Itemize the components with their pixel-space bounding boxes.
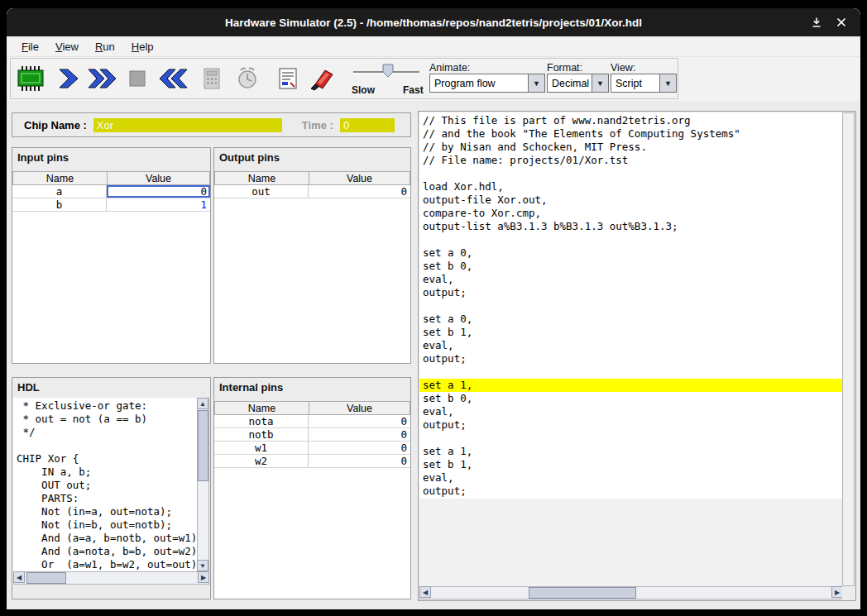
- code-line: output;: [419, 286, 843, 299]
- pin-value[interactable]: 0: [309, 185, 410, 198]
- column-header: Value: [309, 401, 410, 415]
- script-horizontal-scrollbar[interactable]: ◀ ▶: [419, 586, 843, 599]
- code-line: output-file Xor.out,: [419, 193, 843, 207]
- code-line: set b 1,: [419, 326, 843, 339]
- code-line: load Xor.hdl,: [419, 180, 843, 193]
- menu-run[interactable]: Run: [87, 38, 123, 55]
- code-line: [419, 233, 843, 246]
- menu-view[interactable]: View: [47, 38, 87, 55]
- scroll-up-icon[interactable]: ▲: [197, 398, 208, 409]
- code-line: // File name: projects/01/Xor.tst: [419, 154, 843, 167]
- view-select[interactable]: Script ▼: [611, 74, 677, 93]
- single-step-button[interactable]: [52, 61, 85, 96]
- script-vertical-scrollbar[interactable]: [842, 112, 855, 586]
- output-pins-table: NameValueout0: [214, 171, 410, 363]
- column-header: Name: [214, 401, 309, 415]
- calculator-button[interactable]: [195, 61, 228, 96]
- hdl-lines: * Exclusive-or gate: * out = not (a == b…: [13, 398, 199, 571]
- pin-name: w2: [214, 455, 309, 468]
- column-header: Value: [107, 171, 210, 185]
- input-pins-table: NameValuea0b1: [12, 171, 210, 363]
- code-line: * Exclusive-or gate:: [17, 399, 199, 413]
- format-label: Format:: [547, 62, 582, 74]
- code-line: output;: [419, 352, 843, 365]
- pin-row: out0: [214, 185, 410, 198]
- chevron-down-icon[interactable]: ▼: [659, 74, 676, 92]
- clock-button[interactable]: [231, 61, 264, 96]
- code-line: * out = not (a == b): [17, 413, 199, 426]
- hdl-vertical-scrollbar[interactable]: ▲ ▼: [197, 398, 209, 571]
- pin-value[interactable]: 0: [309, 442, 410, 455]
- close-icon[interactable]: [834, 15, 849, 30]
- script-panel: // This file is part of www.nand2tetris.…: [418, 111, 856, 601]
- hdl-panel: HDL * Exclusive-or gate: * out = not (a …: [12, 377, 211, 599]
- table-header: NameValue: [214, 171, 410, 185]
- hdl-horizontal-scrollbar[interactable]: ◀ ▶: [13, 571, 209, 585]
- code-line: eval,: [419, 273, 843, 286]
- code-line: output-list a%B3.1.3 b%B3.1.3 out%B3.1.3…: [419, 220, 843, 233]
- code-line: // by Nisan and Schocken, MIT Press.: [419, 141, 843, 154]
- pin-name: notb: [214, 428, 309, 442]
- animate-label: Animate:: [429, 62, 470, 74]
- view-label: View:: [611, 62, 635, 74]
- internal-pins-title: Internal pins: [214, 378, 410, 395]
- format-select[interactable]: Decimal ▼: [547, 74, 609, 93]
- pin-name: w1: [214, 442, 309, 455]
- scroll-left-icon[interactable]: ◀: [419, 586, 431, 598]
- scroll-left-icon[interactable]: ◀: [13, 571, 25, 583]
- scroll-right-icon[interactable]: ▶: [198, 571, 209, 583]
- pin-name: a: [12, 185, 107, 198]
- scrollbar-thumb[interactable]: [26, 572, 66, 584]
- pin-value[interactable]: 1: [107, 198, 210, 212]
- pin-value[interactable]: 0: [309, 415, 410, 428]
- stop-button[interactable]: [121, 61, 154, 96]
- clear-pins-button[interactable]: [305, 61, 338, 96]
- scrollbar-thumb[interactable]: [529, 587, 636, 599]
- code-line: eval,: [419, 339, 843, 352]
- eraser-icon: [309, 66, 335, 91]
- minimize-icon[interactable]: [809, 15, 824, 30]
- view-script-button[interactable]: [271, 61, 304, 96]
- app-window: Hardware Simulator (2.5) - /home/thomas/…: [7, 8, 860, 609]
- code-line: [419, 299, 843, 313]
- pin-value[interactable]: 0: [309, 428, 410, 442]
- pin-value[interactable]: 0: [309, 455, 410, 468]
- scrollbar-thumb[interactable]: [198, 410, 208, 481]
- animate-select[interactable]: Program flow ▼: [429, 74, 545, 93]
- chevron-down-icon[interactable]: ▼: [592, 74, 608, 92]
- reset-button[interactable]: [156, 61, 189, 96]
- code-line: Or (a=w1, b=w2, out=out);: [17, 558, 199, 571]
- menu-help[interactable]: Help: [123, 38, 162, 55]
- pin-value[interactable]: 0: [107, 185, 210, 198]
- slider-fast-label: Fast: [403, 84, 424, 96]
- scroll-right-icon[interactable]: ▶: [831, 586, 843, 598]
- code-line: eval,: [419, 471, 843, 485]
- code-line: set b 0,: [419, 260, 843, 273]
- time-label: Time :: [302, 119, 333, 131]
- scrollbar-corner: [842, 586, 855, 599]
- title-bar[interactable]: Hardware Simulator (2.5) - /home/thomas/…: [7, 8, 860, 36]
- code-line: [419, 365, 843, 379]
- stop-icon: [127, 68, 148, 89]
- speed-slider[interactable]: [348, 62, 424, 84]
- code-line: IN a, b;: [17, 466, 199, 479]
- chip-name-field[interactable]: Xor: [93, 118, 282, 132]
- run-button[interactable]: [86, 61, 119, 96]
- format-value: Decimal: [548, 78, 592, 89]
- load-chip-button[interactable]: [14, 61, 47, 96]
- code-line: And (a=nota, b=b, out=w2);: [17, 545, 199, 558]
- code-line: set a 1,: [419, 445, 843, 458]
- output-pins-panel: Output pins NameValueout0: [213, 147, 411, 364]
- column-header: Name: [214, 171, 309, 185]
- script-icon: [276, 67, 299, 90]
- menu-file[interactable]: File: [13, 38, 47, 55]
- scroll-down-icon[interactable]: ▼: [197, 560, 208, 571]
- reset-icon: [157, 67, 189, 90]
- animate-value: Program flow: [430, 78, 528, 89]
- calculator-icon: [200, 67, 223, 90]
- code-line: */: [17, 426, 199, 439]
- chevron-down-icon[interactable]: ▼: [528, 74, 544, 92]
- internal-pins-panel: Internal pins NameValuenota0notb0w10w20: [213, 377, 411, 599]
- code-line: // and the book "The Elements of Computi…: [419, 127, 843, 141]
- code-line: eval,: [419, 405, 843, 418]
